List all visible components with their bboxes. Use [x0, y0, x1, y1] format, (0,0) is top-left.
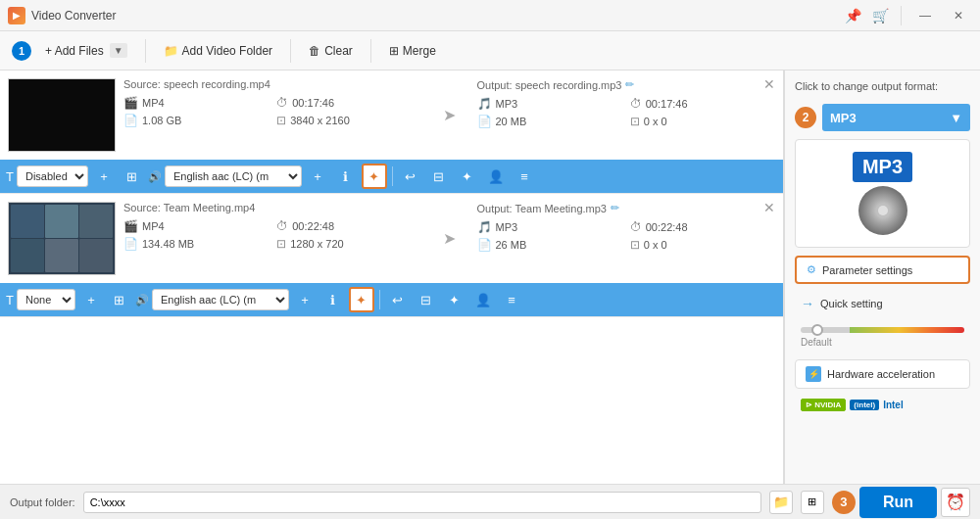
- step2-badge: 2: [795, 107, 816, 128]
- quick-setting-label: Quick setting: [820, 298, 883, 309]
- person-btn-2[interactable]: 👤: [470, 287, 496, 312]
- audio-icon-2: 🔊: [135, 294, 149, 307]
- add-files-button[interactable]: + Add Files ▼: [35, 39, 137, 62]
- enhance-btn-2[interactable]: ✦: [442, 287, 467, 312]
- step3-badge: 3: [832, 491, 856, 514]
- cart-icon[interactable]: 🛒: [869, 5, 891, 26]
- speed-slider[interactable]: [801, 327, 964, 333]
- thumbnail-2: [8, 202, 116, 275]
- subtitle-edit-btn-1[interactable]: ≡: [512, 164, 537, 189]
- person-btn-1[interactable]: 👤: [483, 164, 509, 189]
- separator2: [290, 39, 291, 63]
- audio-icon-1: 🔊: [148, 170, 162, 183]
- subtitle-icon-2: T: [6, 293, 14, 307]
- audio-select-2[interactable]: English aac (LC) (m: [152, 289, 289, 310]
- format-icon-2: 🎬: [123, 219, 138, 233]
- hw-icon: ⚡: [806, 366, 821, 382]
- file-toolbar-2: T None + ⊞ 🔊 English aac (LC) (m + ℹ ✦ ↩…: [0, 283, 783, 316]
- file-output-1: Output: speech recording.mp3 ✏ 🎵MP3 ⏱00:…: [477, 78, 776, 152]
- quick-setting-row[interactable]: → Quick setting: [795, 292, 970, 315]
- format-dropdown[interactable]: MP3 ▼: [822, 104, 970, 131]
- input-size-1: 1.08 GB: [142, 115, 181, 126]
- output-size-2: 26 MB: [496, 239, 527, 251]
- title-bar: ▶ Video Converter 📌 🛒 — ✕: [0, 0, 980, 31]
- edit-output-icon-1[interactable]: ✏: [625, 78, 634, 91]
- effects-btn-1[interactable]: ✦: [362, 164, 387, 189]
- app-icon: ▶: [8, 7, 25, 24]
- add-track-btn-1[interactable]: +: [91, 164, 117, 189]
- subtitle-select-1[interactable]: Disabled: [17, 165, 88, 187]
- close-file-2[interactable]: ✕: [761, 200, 777, 215]
- thumbnail-1: [8, 78, 116, 152]
- intel-logo: (intel): [850, 400, 879, 410]
- input-duration-1: 00:17:46: [292, 97, 334, 109]
- subtitle-icon-1: T: [6, 169, 14, 184]
- effects-btn-2[interactable]: ✦: [349, 287, 374, 312]
- minimize-button[interactable]: —: [911, 6, 939, 25]
- source-label-1: Source: speech recording.mp4: [123, 78, 422, 90]
- separator3: [370, 39, 371, 63]
- file-details-1: Source: speech recording.mp4 🎬MP4 ⏱00:17…: [123, 78, 422, 152]
- output-duration-1: 00:17:46: [646, 98, 688, 110]
- quick-setting-icon: →: [801, 296, 814, 311]
- out-format-icon-1: 🎵: [477, 97, 492, 111]
- output-duration-2: 00:22:48: [646, 221, 688, 233]
- input-format-2: MP4: [142, 220, 165, 232]
- gpu-logos: ⊳ NVIDIA (intel) Intel: [795, 397, 970, 413]
- slider-label: Default: [801, 337, 964, 348]
- enhance-btn-1[interactable]: ✦: [455, 164, 480, 189]
- ft-sep-2: [379, 290, 380, 309]
- param-settings-icon: ⚙: [807, 263, 816, 276]
- add-track-btn-2[interactable]: +: [78, 287, 104, 312]
- ft-sep-1: [392, 166, 393, 186]
- copy-path-button[interactable]: ⊞: [801, 491, 824, 514]
- slider-thumb[interactable]: [811, 324, 823, 336]
- browse-folder-button[interactable]: 📁: [769, 491, 793, 514]
- duration-icon-2: ⏱: [276, 219, 288, 233]
- app-title: Video Converter: [31, 9, 117, 23]
- audio-select-1[interactable]: English aac (LC) (m: [165, 165, 302, 187]
- output-res-1: 0 x 0: [644, 116, 667, 127]
- output-folder-label: Output folder:: [10, 496, 75, 508]
- output-format-2: MP3: [496, 221, 518, 233]
- output-format-1: MP3: [496, 98, 518, 110]
- res-icon-1: ⊡: [276, 114, 286, 127]
- out-res-icon-1: ⊡: [630, 115, 640, 128]
- close-button[interactable]: ✕: [945, 6, 972, 25]
- param-settings-label: Parameter settings: [822, 264, 912, 276]
- step1-badge: 1: [12, 41, 31, 61]
- clear-button[interactable]: 🗑 Clear: [299, 40, 363, 62]
- merge-button[interactable]: ⊞ Merge: [379, 40, 446, 62]
- mp3-badge: MP3: [853, 152, 912, 182]
- add-audio-btn-1[interactable]: +: [305, 164, 330, 189]
- output-path-input[interactable]: [83, 492, 761, 513]
- undo-btn-2[interactable]: ↩: [385, 287, 411, 312]
- slider-area: Default: [795, 323, 970, 352]
- track-settings-btn-1[interactable]: ⊞: [120, 164, 145, 189]
- parameter-settings-button[interactable]: ⚙ Parameter settings: [795, 256, 970, 284]
- add-video-folder-button[interactable]: 📁 Add Video Folder: [154, 40, 283, 62]
- file-list: Source: speech recording.mp4 🎬MP4 ⏱00:17…: [0, 71, 784, 484]
- format-row: 2 MP3 ▼: [795, 104, 970, 131]
- hardware-acceleration-button[interactable]: ⚡ Hardware acceleration: [795, 359, 970, 389]
- dropdown-arrow[interactable]: ▼: [110, 43, 127, 58]
- add-audio-btn-2[interactable]: +: [292, 287, 318, 312]
- track-settings-btn-2[interactable]: ⊞: [107, 287, 132, 312]
- alarm-button[interactable]: ⏰: [941, 488, 970, 517]
- pin-icon[interactable]: 📌: [842, 5, 863, 26]
- input-format-1: MP4: [142, 97, 165, 109]
- edit-output-icon-2[interactable]: ✏: [611, 202, 619, 214]
- input-res-1: 3840 x 2160: [290, 115, 350, 126]
- crop-btn-1[interactable]: ⊟: [426, 164, 452, 189]
- subtitle-select-2[interactable]: None: [17, 289, 75, 310]
- close-file-1[interactable]: ✕: [761, 76, 777, 92]
- undo-btn-1[interactable]: ↩: [398, 164, 423, 189]
- run-button[interactable]: Run: [859, 487, 937, 518]
- input-duration-2: 00:22:48: [292, 220, 334, 232]
- info-btn-2[interactable]: ℹ: [320, 287, 346, 312]
- info-btn-1[interactable]: ℹ: [333, 164, 359, 189]
- clear-icon: 🗑: [309, 44, 320, 58]
- subtitle-edit-btn-2[interactable]: ≡: [499, 287, 524, 312]
- crop-btn-2[interactable]: ⊟: [414, 287, 439, 312]
- duration-icon-1: ⏱: [276, 96, 288, 110]
